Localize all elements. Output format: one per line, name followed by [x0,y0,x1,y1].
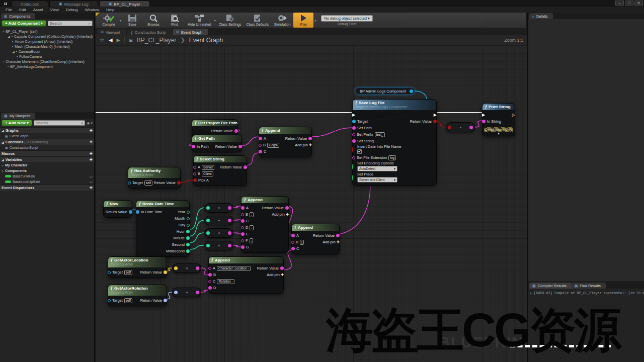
tab-find-results[interactable]: ▤Find Results [572,283,606,289]
node-save-log-file[interactable]: ƒSave Log FileTarget is Admin Logs Compo… [352,99,437,186]
add-new-button[interactable]: + Add New ▾ [2,120,32,126]
component-character-movement-charmovecomp-inherited[interactable]: ▪Character Movement (CharMoveComp) (Inhe… [1,59,94,64]
section-macros[interactable]: Macros✚ [0,150,94,156]
int-pin[interactable] [206,231,210,235]
menu-help[interactable]: Help [103,8,118,12]
string-pin[interactable] [193,172,196,175]
int-pin[interactable] [187,211,190,214]
bool-pin[interactable] [352,147,353,152]
variable-baseturnrate[interactable]: BaseTurnRate▭ [0,173,94,179]
item-components[interactable]: ▹Components [0,168,94,173]
section-graphs[interactable]: ◢Graphs✚ [0,127,94,133]
nav-forward-icon[interactable]: ▶ [117,37,121,43]
string-pin[interactable] [193,166,196,169]
string-pin[interactable] [228,206,231,210]
datetime-pin[interactable] [129,210,132,214]
string-pin[interactable] [238,145,242,148]
string-pin[interactable] [208,267,211,270]
string-pin[interactable] [291,247,295,250]
int-pin[interactable] [186,230,190,233]
value-field[interactable]: Client [202,171,213,176]
node-conv-int-string-2[interactable] [204,216,233,225]
value-field[interactable]: test_ [375,132,385,137]
enum-pin[interactable] [352,175,353,180]
save-button[interactable]: Save [122,13,142,28]
caret-down-icon[interactable]: ▾ [214,19,216,22]
node-bp-admin-logs-component[interactable]: BP Admin Logs Component [355,87,415,95]
node-has-authority[interactable]: ƒHas AuthorityTarget is ActorTargetselfR… [128,167,181,189]
string-pin[interactable] [352,139,356,143]
add-component-button[interactable]: + Add Component ▾ [2,20,46,27]
string-pin[interactable] [196,266,199,270]
value-field[interactable]: | [300,240,304,245]
value-field[interactable]: Server [202,165,214,170]
int-pin[interactable] [206,206,210,210]
node-conv-int-string-1[interactable] [204,203,233,213]
class-settings-button[interactable]: Class Settings [217,13,244,28]
node-conv-rotator-string[interactable] [172,288,201,297]
visibility-eye-icon[interactable]: ▭ [89,180,93,184]
node-get-project-file-path[interactable]: ƒGet Project File PathReturn Value [192,119,238,137]
menu-window[interactable]: Window [81,8,102,12]
string-pin[interactable] [244,165,247,169]
component-bp-adminlogscomponent[interactable]: ▪BP_AdminLogsComponent [1,64,94,69]
simulation-button[interactable]: Simulation [272,13,293,28]
node-append-location[interactable]: ƒAppendACharacter: Location - Return Val… [208,256,284,294]
enum-dropdown[interactable]: AutoDetect▾ [357,166,397,171]
node-conv-bool-string[interactable] [446,122,475,132]
section-variables[interactable]: ◢Variables✚ [0,156,94,162]
minimize-button[interactable]: – [615,1,624,6]
tab-details[interactable]: ⌕Details [529,13,553,19]
bool-pin[interactable] [433,120,437,123]
add-pin-button[interactable]: Add pin ✚ [267,273,284,277]
string-pin[interactable] [482,120,486,123]
component-followcamera[interactable]: ▪FollowCamera [1,54,94,59]
value-field[interactable]: Rotation - [217,279,234,284]
node-get-actor-rotation[interactable]: ƒGetActorRotationTarget is ActorTargetse… [108,285,167,306]
breadcrumb-current[interactable]: Event Graph [189,37,223,44]
string-pin[interactable] [192,145,195,148]
int-pin[interactable] [186,236,190,240]
menu-view[interactable]: View [47,8,62,12]
component-arrow-component-arrow-inherited[interactable]: ▪Arrow Component (Arrow) (Inherited) [1,39,94,44]
string-pin[interactable] [352,156,355,159]
string-pin[interactable] [241,245,245,249]
node-select-string[interactable]: ƒSelect StringAServerReturn ValueBClient… [193,155,247,186]
item-eventgraph[interactable]: ▦EventGraph [0,133,94,139]
value-field[interactable]: : [250,238,254,243]
string-pin[interactable] [208,280,211,283]
value-field[interactable]: self [144,180,152,186]
string-pin[interactable] [241,226,244,229]
bool-pin[interactable] [193,178,197,182]
add-pin-button[interactable]: Add pin ✚ [295,143,312,147]
string-pin[interactable] [241,239,244,242]
string-pin[interactable] [336,234,340,237]
exec-pin[interactable]: ▶ [434,113,437,117]
exec-pin[interactable]: ▷ [512,113,515,117]
enum-dropdown[interactable]: Server and Client▾ [357,177,397,183]
int-pin[interactable] [187,224,190,227]
string-pin[interactable] [259,144,262,147]
menu-edit[interactable]: Edit [16,8,30,12]
graph-tab-construction-scrip[interactable]: ƒConstruction Scrip [127,29,172,35]
int-pin[interactable] [186,243,190,246]
node-now[interactable]: ƒNowReturn Value [103,200,132,218]
my-blueprint-search-input[interactable]: Search⌕ [34,120,85,126]
component-bp-cl-player-self[interactable]: ▪BP_CL_Player (self) [1,29,94,34]
object-pin[interactable] [352,120,356,123]
string-pin[interactable] [259,150,262,153]
checkbox[interactable]: ✔ [357,149,362,154]
visibility-filter-icon[interactable]: ◉ ▾ [87,121,93,125]
expand-triangle-icon[interactable]: ◢ [2,158,4,161]
string-pin[interactable] [352,133,355,136]
value-field[interactable]: Character: Location - [217,266,251,271]
visibility-eye-icon[interactable]: ▭ [89,174,93,178]
window-tab-bp-cl-player[interactable]: ▣BP_CL_Player [99,1,150,7]
exec-pin[interactable]: ▶ [482,113,485,117]
hide-unrelated-button[interactable]: Hide Unrelated [186,13,213,28]
value-field[interactable]: log [388,155,396,160]
class-defaults-button[interactable]: Class Defaults [244,13,271,28]
browse-button[interactable]: Browse [143,13,164,28]
tab-my-blueprint[interactable]: ▤My Blueprint [1,113,35,119]
string-pin[interactable] [259,137,262,140]
